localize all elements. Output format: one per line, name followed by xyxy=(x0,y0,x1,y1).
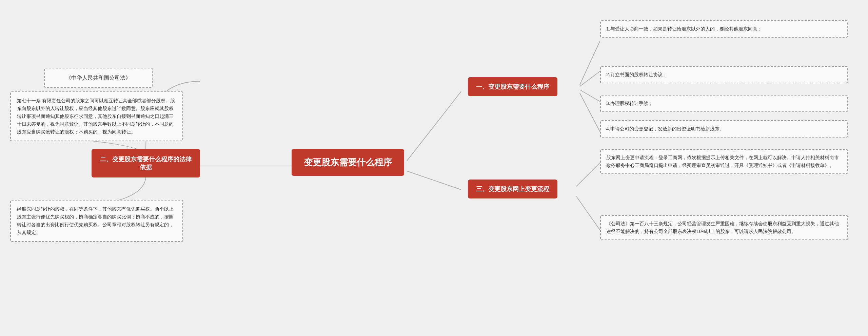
right-main-node-2: 三、变更股东网上变更流程 xyxy=(468,180,557,198)
right-box-5: 股东网上变更申请流程：登录工商网，依次根据提示上传相关文件，在网上就可以解决。申… xyxy=(600,149,848,174)
svg-line-2 xyxy=(407,171,461,190)
right-box-4: 4.申请公司的变更登记，发放新的出资证明书给新股东。 xyxy=(600,120,848,138)
right-box-2: 2.订立书面的股权转让协议； xyxy=(600,66,848,83)
svg-line-1 xyxy=(407,91,461,161)
left-box-title: 《中华人民共和国公司法》 xyxy=(44,68,153,88)
svg-line-6 xyxy=(580,93,600,132)
right-box-6: 《公司法》第一百八十三条规定，公司经营管理发生严重困难，继续存续会使股东利益受到… xyxy=(600,215,848,240)
central-node: 变更股东需要什么程序 xyxy=(292,149,404,176)
left-box-article71: 第七十一条 有限责任公司的股东之间可以相互转让其全部或者部分股权。股东向股东以外… xyxy=(10,91,183,141)
right-box-3: 3.办理股权转让手续； xyxy=(600,95,848,112)
right-box-1: 1.与受让人协商一致，如果是转让给股东以外的人的，要经其他股东同意； xyxy=(600,20,848,38)
left-box-priority: 经股东同意转让的股权，在同等条件下，其他股东有优先购买权。两个以上股东主张行使优… xyxy=(10,200,183,242)
svg-line-3 xyxy=(580,41,600,85)
mind-map: 变更股东需要什么程序 二、变更股东需要什么程序的法律依据 《中华人民共和国公司法… xyxy=(0,0,868,336)
svg-line-4 xyxy=(580,71,600,86)
svg-line-7 xyxy=(576,163,600,186)
svg-line-8 xyxy=(576,196,600,230)
left-main-node: 二、变更股东需要什么程序的法律依据 xyxy=(92,149,200,177)
right-main-node-1: 一、变更股东需要什么程序 xyxy=(468,77,557,96)
svg-line-5 xyxy=(580,90,600,102)
